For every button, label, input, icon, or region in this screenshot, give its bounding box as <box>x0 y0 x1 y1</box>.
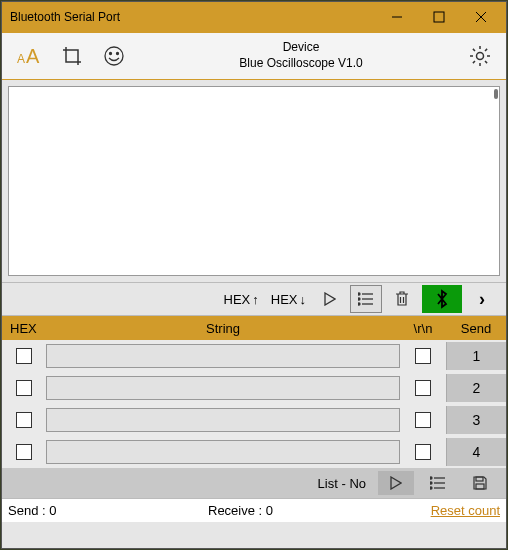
smiley-icon[interactable] <box>96 38 132 74</box>
svg-text:A: A <box>17 52 25 66</box>
scrollbar-thumb[interactable] <box>494 89 498 99</box>
send-button[interactable]: 2 <box>446 374 506 402</box>
string-input[interactable] <box>46 408 400 432</box>
status-bar: Send : 0 Receive : 0 Reset count <box>2 498 506 522</box>
close-button[interactable] <box>460 3 502 31</box>
columns-header: HEX String \r\n Send <box>2 316 506 340</box>
play-button[interactable] <box>314 285 346 313</box>
col-send: Send <box>446 321 506 336</box>
save-button[interactable] <box>462 471 498 495</box>
svg-rect-1 <box>434 12 444 22</box>
font-size-icon[interactable]: AA <box>12 38 48 74</box>
mid-toolbar: HEX↑ HEX↓ › <box>2 282 506 316</box>
svg-marker-17 <box>391 477 401 489</box>
minimize-button[interactable] <box>376 3 418 31</box>
chevron-right-icon[interactable]: › <box>466 285 498 313</box>
svg-rect-25 <box>476 484 484 489</box>
maximize-button[interactable] <box>418 3 460 31</box>
titlebar: Bluetooth Serial Port <box>2 2 506 32</box>
string-input[interactable] <box>46 376 400 400</box>
string-input[interactable] <box>46 440 400 464</box>
reset-count-link[interactable]: Reset count <box>431 503 500 518</box>
hex-down-button[interactable]: HEX↓ <box>271 292 306 307</box>
window-title: Bluetooth Serial Port <box>10 10 376 24</box>
footer-toolbar: List - No <box>2 468 506 498</box>
hex-checkbox[interactable] <box>16 380 32 396</box>
svg-point-23 <box>430 487 432 489</box>
crop-icon[interactable] <box>54 38 90 74</box>
footer-list-button[interactable] <box>420 471 456 495</box>
svg-point-16 <box>358 303 360 305</box>
device-name: Blue Oscilloscope V1.0 <box>138 56 464 72</box>
send-button[interactable]: 1 <box>446 342 506 370</box>
col-rn: \r\n <box>400 321 446 336</box>
svg-text:A: A <box>26 45 40 67</box>
settings-button[interactable] <box>464 40 496 72</box>
svg-marker-10 <box>325 293 335 305</box>
send-row: 4 <box>2 436 506 468</box>
list-no-label: List - No <box>318 476 366 491</box>
send-row: 2 <box>2 372 506 404</box>
svg-point-21 <box>430 477 432 479</box>
send-button[interactable]: 3 <box>446 406 506 434</box>
device-info: Device Blue Oscilloscope V1.0 <box>138 40 464 71</box>
svg-point-6 <box>105 47 123 65</box>
svg-point-9 <box>477 53 484 60</box>
list-view-button[interactable] <box>350 285 382 313</box>
hex-up-button[interactable]: HEX↑ <box>224 292 259 307</box>
send-button[interactable]: 4 <box>446 438 506 466</box>
svg-rect-24 <box>476 477 483 481</box>
col-string: String <box>46 321 400 336</box>
svg-point-15 <box>358 298 360 300</box>
delete-button[interactable] <box>386 285 418 313</box>
bluetooth-button[interactable] <box>422 285 462 313</box>
rn-checkbox[interactable] <box>415 412 431 428</box>
string-input[interactable] <box>46 344 400 368</box>
send-row: 3 <box>2 404 506 436</box>
svg-point-14 <box>358 293 360 295</box>
svg-point-8 <box>117 53 119 55</box>
svg-point-7 <box>110 53 112 55</box>
arrow-up-icon: ↑ <box>252 292 259 307</box>
device-label: Device <box>138 40 464 56</box>
hex-checkbox[interactable] <box>16 348 32 364</box>
console-output[interactable] <box>8 86 500 276</box>
top-toolbar: AA Device Blue Oscilloscope V1.0 <box>2 32 506 80</box>
rn-checkbox[interactable] <box>415 348 431 364</box>
rn-checkbox[interactable] <box>415 444 431 460</box>
hex-checkbox[interactable] <box>16 444 32 460</box>
arrow-down-icon: ↓ <box>300 292 307 307</box>
status-receive: Receive : 0 <box>208 503 431 518</box>
hex-checkbox[interactable] <box>16 412 32 428</box>
footer-play-button[interactable] <box>378 471 414 495</box>
rn-checkbox[interactable] <box>415 380 431 396</box>
send-row: 1 <box>2 340 506 372</box>
col-hex: HEX <box>2 321 46 336</box>
svg-point-22 <box>430 482 432 484</box>
status-send: Send : 0 <box>8 503 208 518</box>
app-window: Bluetooth Serial Port AA Device Blue Osc… <box>1 1 507 549</box>
send-rows: 1 2 3 4 <box>2 340 506 468</box>
